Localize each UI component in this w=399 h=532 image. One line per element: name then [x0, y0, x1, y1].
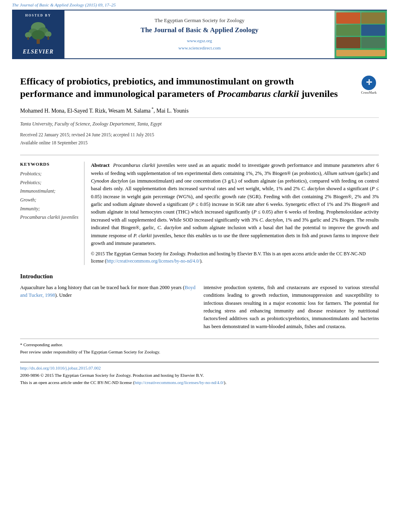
peer-review-footnote: Peer review under responsibility of The … — [20, 349, 379, 356]
intro-left-text: Aquaculture has a long history that can … — [20, 284, 195, 300]
svg-rect-9 — [47, 36, 49, 40]
abstract-text: Abstract Procambarus clarkii juveniles w… — [91, 162, 379, 247]
svg-rect-7 — [27, 37, 29, 40]
intro-left-col: Aquaculture has a long history that can … — [20, 284, 195, 331]
keywords-title: KEYWORDS — [20, 162, 79, 166]
keywords-sidebar: KEYWORDS Probiotics; Prebiotics; Immunos… — [20, 162, 84, 265]
intro-right-text: intensive production systems, fish and c… — [204, 284, 379, 331]
hosted-by-label: HOSTED BY — [25, 14, 51, 17]
header-left-elsevier: HOSTED BY ELSEVIER — [12, 10, 64, 58]
bottom-line1: 2090-9896 © 2015 The Egyptian German Soc… — [20, 372, 379, 379]
journal-urls: www.egsz.org www.sciencedirect.com — [179, 37, 221, 51]
keyword-immunostimulant: Immunostimulant; — [20, 187, 79, 196]
abstract-body: Abstract Procambarus clarkii juveniles w… — [91, 162, 379, 265]
received-revised-accepted: Received 22 January 2015; revised 24 Jun… — [20, 131, 379, 139]
svg-point-4 — [32, 30, 45, 40]
author-mona: Mohamed H. Mona, El-Sayed T. Rizk, Wesam… — [20, 108, 150, 114]
divider — [20, 155, 379, 155]
article-title-text: Efficacy of probiotics, prebiotics, and … — [20, 76, 338, 99]
bottom-cc-link[interactable]: http://creativecommons.org/licenses/by-n… — [134, 380, 224, 385]
elsevier-tree-icon — [22, 20, 54, 48]
article-title: Efficacy of probiotics, prebiotics, and … — [20, 75, 379, 100]
keyword-growth: Growth; — [20, 196, 79, 205]
keywords-list: Probiotics; Prebiotics; Immunostimulant;… — [20, 170, 79, 222]
main-content: Efficacy of probiotics, prebiotics, and … — [0, 59, 399, 394]
intro-two-col: Aquaculture has a long history that can … — [20, 284, 379, 331]
svg-point-6 — [25, 32, 31, 38]
abstract-label: Abstract — [91, 162, 110, 168]
journal-title-header: The Journal of Basic & Applied Zoology — [141, 26, 259, 34]
boyd-tucker-link[interactable]: Boyd and Tucker, 1998 — [20, 285, 195, 298]
elsevier-logo: ELSEVIER — [23, 49, 53, 55]
authors-line: Mohamed H. Mona, El-Sayed T. Rizk, Wesam… — [20, 107, 379, 118]
article-dates: Received 22 January 2015; revised 24 Jun… — [20, 131, 379, 147]
journal-cover-thumbnail — [335, 10, 387, 58]
keyword-prebiotics: Prebiotics; — [20, 179, 79, 187]
author-younis: , Mai L. Younis — [154, 108, 189, 114]
corresponding-star: * — [150, 107, 154, 111]
crossmark-icon: ✛ — [362, 76, 376, 90]
introduction-title: Introduction — [20, 273, 379, 280]
svg-rect-5 — [37, 39, 40, 44]
header-right-thumbnail — [335, 10, 387, 58]
cc-license-link[interactable]: http://creativecommons.org/licenses/by-n… — [107, 259, 200, 263]
keyword-procambarus: Procambarus clarkii juveniles — [20, 213, 79, 222]
bottom-line2: This is an open access article under the… — [20, 379, 379, 386]
doi-link[interactable]: http://dx.doi.org/10.1016/j.jobaz.2015.0… — [20, 366, 101, 370]
top-reference: The Journal of Basic & Applied Zoology (… — [0, 0, 399, 10]
keyword-immunity: Immunity; — [20, 205, 79, 214]
intro-right-col: intensive production systems, fish and c… — [204, 284, 379, 331]
abstract-copyright: © 2015 The Egyptian German Society for Z… — [91, 251, 379, 265]
header-center: The Egyptian German Society for Zoology … — [64, 10, 335, 58]
url2[interactable]: www.sciencedirect.com — [179, 45, 221, 52]
url1: www.egsz.org — [179, 37, 221, 45]
doi-line: http://dx.doi.org/10.1016/j.jobaz.2015.0… — [20, 365, 379, 372]
intro-section: Introduction Aquaculture has a long hist… — [20, 273, 379, 331]
header-banner: HOSTED BY ELSEVIER The Egyptian German S… — [12, 10, 387, 59]
svg-point-8 — [45, 31, 51, 37]
crossmark-label: CrossMark — [361, 91, 377, 95]
keyword-probiotics: Probiotics; — [20, 170, 79, 179]
crossmark-badge[interactable]: ✛ CrossMark — [359, 75, 379, 95]
corresponding-footnote: * Corresponding author. — [20, 341, 379, 349]
journal-society: The Egyptian German Society for Zoology — [154, 17, 244, 24]
abstract-section: KEYWORDS Probiotics; Prebiotics; Immunos… — [20, 162, 379, 265]
affiliation: Tanta University, Faculty of Science, Zo… — [20, 121, 379, 127]
available-online: Available online 18 September 2015 — [20, 139, 379, 147]
bottom-bar: http://dx.doi.org/10.1016/j.jobaz.2015.0… — [20, 362, 379, 386]
footnote-section: * Corresponding author. Peer review unde… — [20, 339, 379, 355]
